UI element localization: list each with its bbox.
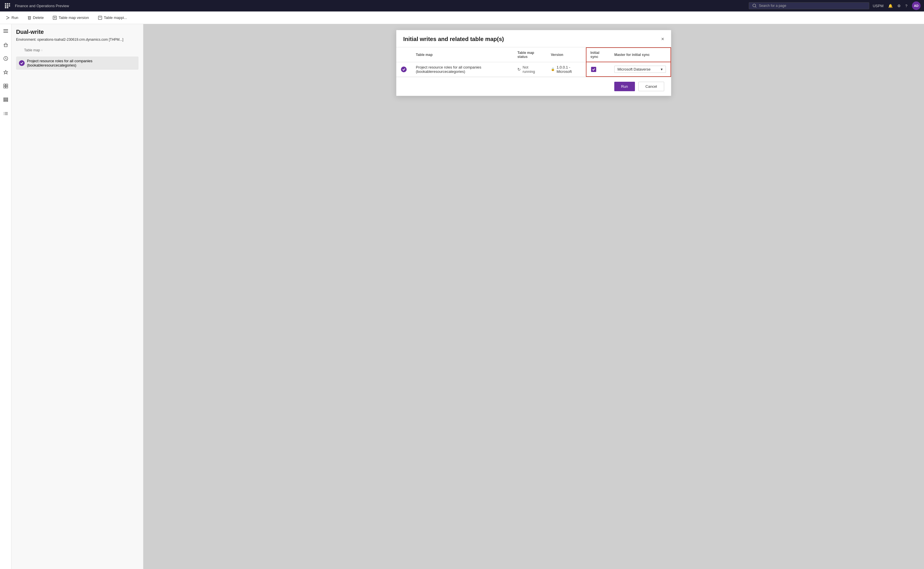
modal-footer: Run Cancel: [396, 77, 671, 96]
not-running-icon: ↻: [517, 67, 521, 72]
svg-point-35: [4, 113, 4, 114]
left-sidebar: [0, 24, 11, 569]
search-placeholder: Search for a page: [759, 4, 786, 8]
apps-icon[interactable]: [3, 2, 11, 10]
table-mapping-button[interactable]: Table mappi...: [97, 15, 128, 20]
svg-rect-16: [98, 16, 102, 20]
modal-body: Table map Table map status Version Initi…: [396, 47, 671, 77]
row-initial-sync[interactable]: [586, 62, 610, 76]
nav-icons: USPM 🔔 ⚙ ? AD: [873, 2, 921, 10]
svg-rect-2: [9, 3, 10, 5]
top-nav: Finance and Operations Preview Search fo…: [0, 0, 924, 11]
row-version: 🔒 1.0.0.1 - Microsoft: [546, 62, 586, 76]
row-table-map: Project resource roles for all companies…: [411, 62, 513, 76]
svg-rect-0: [5, 3, 6, 5]
svg-rect-1: [7, 3, 8, 5]
svg-marker-23: [4, 70, 8, 74]
main-layout: Dual-write Environment: operations-tsaha…: [0, 24, 924, 569]
sidebar-recent-icon[interactable]: [1, 54, 10, 63]
settings-icon[interactable]: ⚙: [897, 4, 901, 8]
svg-point-34: [4, 112, 4, 113]
chevron-down-icon: ▾: [661, 67, 663, 72]
content-area: Dual-write Environment: operations-tsaha…: [11, 24, 924, 569]
run-button[interactable]: Run: [5, 15, 20, 20]
page-title: Dual-write: [16, 29, 138, 35]
bell-icon[interactable]: 🔔: [888, 4, 893, 8]
col-header-check: [396, 48, 411, 62]
table-list-header: Table map ↑: [16, 46, 138, 54]
header-check: [16, 47, 22, 53]
svg-rect-7: [7, 7, 8, 8]
svg-rect-21: [4, 45, 7, 47]
svg-point-8: [753, 4, 756, 7]
table-map-version-button[interactable]: Table map version: [52, 15, 90, 20]
app-title: Finance and Operations Preview: [15, 4, 745, 8]
modal-overlay: Initial writes and related table map(s) …: [143, 24, 924, 569]
user-code: USPM: [873, 4, 884, 8]
modal-title: Initial writes and related table map(s): [403, 36, 504, 43]
row-table-name: Project resource roles for all companies…: [27, 59, 136, 67]
svg-rect-6: [5, 7, 6, 8]
search-bar[interactable]: Search for a page: [749, 2, 869, 9]
svg-rect-25: [6, 84, 8, 86]
svg-rect-4: [7, 5, 8, 7]
modal-dialog: Initial writes and related table map(s) …: [396, 30, 671, 96]
row-check-td[interactable]: [396, 62, 411, 76]
close-button[interactable]: ×: [661, 36, 664, 42]
row-status: ↻ Not running: [513, 62, 546, 76]
modal-header: Initial writes and related table map(s) …: [396, 30, 671, 47]
sidebar-fav-icon[interactable]: [1, 68, 10, 77]
svg-rect-3: [5, 5, 6, 7]
table-row: Project resource roles for all companies…: [396, 62, 671, 76]
svg-point-36: [4, 114, 4, 115]
env-label: Environment: operations-tsahal2-230619.c…: [16, 38, 138, 42]
run-button-modal[interactable]: Run: [614, 82, 635, 91]
svg-rect-27: [6, 86, 8, 88]
svg-rect-28: [4, 98, 8, 99]
svg-rect-18: [3, 29, 8, 30]
svg-rect-10: [28, 17, 30, 20]
svg-rect-24: [4, 84, 5, 86]
sidebar-workspace-icon[interactable]: [1, 81, 10, 91]
sidebar-list-icon[interactable]: [1, 109, 10, 118]
row-check-circle: [19, 60, 25, 66]
list-item[interactable]: Project resource roles for all companies…: [16, 56, 138, 70]
col-header-table-map: Table map: [411, 48, 513, 62]
row-check-circle-modal: [401, 67, 407, 72]
svg-rect-13: [53, 16, 56, 20]
status-badge: ↻ Not running: [517, 65, 542, 74]
svg-rect-5: [9, 5, 10, 7]
svg-rect-20: [3, 32, 8, 33]
master-dropdown[interactable]: Microsoft Dataverse ▾: [614, 66, 666, 73]
col-header-initial-sync: Initial sync: [586, 48, 610, 62]
initial-sync-checkbox[interactable]: [591, 67, 596, 72]
lock-icon: 🔒: [551, 67, 555, 71]
data-table: Table map Table map status Version Initi…: [396, 47, 671, 77]
svg-line-9: [755, 7, 756, 8]
svg-rect-19: [3, 31, 8, 31]
col-header-status: Table map status: [513, 48, 546, 62]
left-panel: Dual-write Environment: operations-tsaha…: [11, 24, 143, 569]
cancel-button-modal[interactable]: Cancel: [638, 82, 664, 91]
col-header-master: Master for initial sync: [610, 48, 671, 62]
help-icon[interactable]: ?: [905, 4, 907, 8]
col-header-version: Version: [546, 48, 586, 62]
svg-rect-26: [4, 86, 5, 88]
sidebar-modules-icon[interactable]: [1, 95, 10, 104]
sidebar-menu-icon[interactable]: [1, 26, 10, 35]
svg-rect-29: [4, 99, 8, 100]
svg-rect-30: [4, 100, 8, 102]
sort-icon: ↑: [41, 49, 43, 52]
toolbar: Run Delete Table map version Table mappi…: [0, 11, 924, 24]
delete-button[interactable]: Delete: [26, 15, 45, 20]
user-avatar[interactable]: AD: [912, 2, 921, 10]
row-master[interactable]: Microsoft Dataverse ▾: [610, 62, 671, 76]
sidebar-home-icon[interactable]: [1, 40, 10, 49]
